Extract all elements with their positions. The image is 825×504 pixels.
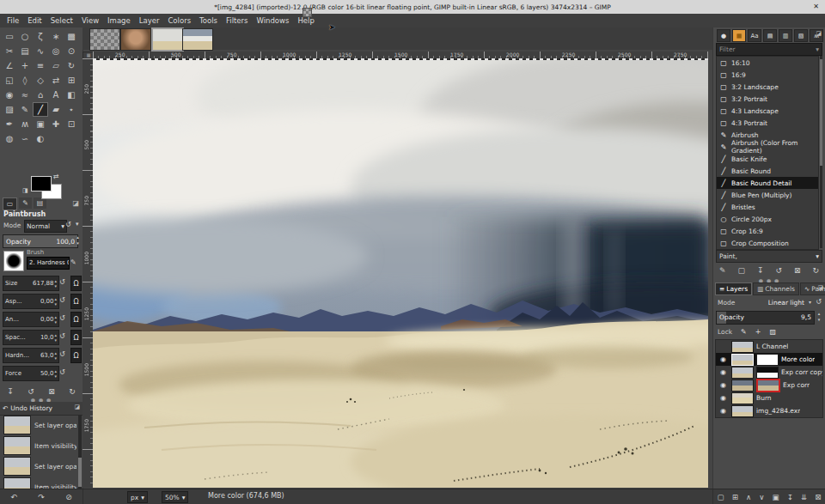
visibility-eye-icon[interactable]: ◉: [718, 407, 729, 415]
tool-button[interactable]: ⊡: [64, 117, 79, 131]
footer-icon[interactable]: ↧: [7, 387, 14, 396]
menu-item[interactable]: Image: [103, 15, 135, 27]
tool-button[interactable]: ⋆: [64, 102, 79, 117]
tool-button[interactable]: ◐: [33, 131, 48, 146]
dynamics-link-icon[interactable]: Ω: [70, 312, 82, 327]
tool-preset-item[interactable]: ▢ Crop 16:9: [717, 225, 818, 237]
layer-mode-select[interactable]: Linear light: [768, 299, 804, 307]
mode-select[interactable]: Normal ▾: [24, 220, 67, 233]
dynamics-link-icon[interactable]: Ω: [70, 348, 82, 363]
tool-button[interactable]: ▩: [64, 29, 79, 44]
dock-menu-icon[interactable]: ◪: [816, 30, 822, 37]
layer-button-icon[interactable]: ▣: [773, 493, 779, 501]
dynamics-link-icon[interactable]: Ω: [70, 330, 82, 345]
undo-step[interactable]: Item visibility: [0, 477, 76, 489]
dock-tab[interactable]: ▤: [763, 29, 777, 42]
tool-button[interactable]: ◱: [2, 73, 17, 88]
tool-button[interactable]: ⊙: [64, 44, 79, 58]
layer-thumbnail[interactable]: [731, 341, 754, 353]
dock-tab[interactable]: ▦: [732, 29, 746, 42]
tool-button[interactable]: ▭: [2, 29, 17, 44]
tool-button[interactable]: ∠: [2, 58, 17, 73]
lock-position-icon[interactable]: +: [755, 328, 761, 336]
dock-tab[interactable]: Aa: [748, 29, 761, 42]
tool-button[interactable]: +: [17, 58, 33, 73]
menu-item[interactable]: Filters: [222, 15, 252, 27]
tool-button[interactable]: ⌂: [33, 88, 48, 102]
undo-footer-icon[interactable]: ↶: [10, 493, 17, 501]
swap-colors-icon[interactable]: ⇄: [53, 173, 59, 180]
visibility-eye-icon[interactable]: ◉: [718, 355, 729, 363]
tool-button[interactable]: ✎: [17, 102, 33, 117]
tool-preset-item[interactable]: ╱ Basic Knife: [717, 153, 818, 165]
value-slider[interactable]: Size 617,88 ▴▾: [3, 276, 59, 291]
tool-button[interactable]: ∽: [17, 131, 33, 146]
lock-pixels-icon[interactable]: ✎: [741, 328, 747, 336]
menu-item[interactable]: Colors: [163, 15, 195, 27]
preset-scrollbar[interactable]: [820, 56, 822, 248]
undo-step[interactable]: Item visibility: [0, 435, 76, 456]
tool-preset-item[interactable]: ▢ 3:2 Portrait: [717, 93, 818, 105]
tool-button[interactable]: ʍ: [17, 117, 33, 131]
footer-icon[interactable]: ⊠: [48, 387, 55, 396]
undo-footer-icon[interactable]: ⊘: [65, 493, 72, 501]
reset-value-icon[interactable]: ↺: [59, 332, 65, 340]
dock-tab[interactable]: ▧: [794, 29, 808, 42]
image-tab[interactable]: [89, 28, 120, 51]
unit-select[interactable]: px ▾: [127, 491, 148, 503]
layer-button-icon[interactable]: ⇊: [801, 493, 807, 501]
tool-preset-item[interactable]: ╱ Bristles: [717, 201, 818, 213]
layer-button-icon[interactable]: ⊠: [815, 493, 821, 501]
layer-opacity-slider[interactable]: Opacity 9,5: [716, 311, 815, 325]
layer-button-icon[interactable]: ↧: [787, 493, 793, 501]
layer-row[interactable]: ◉ L Channel: [716, 340, 822, 353]
layer-button-icon[interactable]: ▢: [718, 493, 724, 501]
dock-tab[interactable]: ▭: [3, 197, 17, 210]
mode-menu-chevron-icon[interactable]: ▾: [76, 221, 79, 228]
layer-row[interactable]: ◉ More color: [716, 353, 822, 366]
preset-toolbar-icon[interactable]: ▢: [737, 266, 745, 275]
dock-tab[interactable]: ≡ Layers: [715, 282, 752, 295]
undo-step[interactable]: Set layer opacity: [0, 415, 76, 435]
spinner-icon[interactable]: ▴▾: [54, 350, 57, 361]
dock-tab[interactable]: ▥ Channels: [753, 282, 799, 295]
tool-button[interactable]: ✂: [2, 44, 17, 58]
undo-history-header[interactable]: ↶ Undo History ◪: [0, 402, 82, 416]
tool-button[interactable]: ▨: [2, 102, 17, 117]
tool-button[interactable]: ◇: [33, 73, 48, 88]
value-slider[interactable]: Hardn... 63,0 ▴▾: [3, 348, 59, 363]
visibility-eye-icon[interactable]: ◉: [718, 381, 729, 389]
layer-thumbnail[interactable]: [731, 367, 754, 379]
layer-thumbnail[interactable]: [731, 380, 754, 392]
tool-button[interactable]: ∿: [33, 44, 48, 58]
tool-button[interactable]: ◎: [48, 44, 64, 58]
tool-button[interactable]: ↻: [64, 58, 79, 73]
dock-tab[interactable]: ●: [717, 29, 730, 42]
spinner-icon[interactable]: ▴▾: [54, 332, 57, 343]
tool-button[interactable]: ▣: [33, 117, 48, 131]
layer-thumbnail[interactable]: [731, 392, 754, 404]
dynamics-link-icon[interactable]: Ω: [70, 294, 82, 309]
tool-preset-item[interactable]: ▢ 4:3 Portrait: [717, 117, 818, 129]
layer-thumbnail[interactable]: [731, 405, 754, 417]
tool-button[interactable]: ╱: [33, 102, 48, 117]
tool-button[interactable]: ✒: [2, 117, 17, 131]
brush-preview[interactable]: [3, 251, 24, 271]
menu-item[interactable]: Windows: [253, 15, 294, 27]
layer-row[interactable]: ◉ Exp corr: [716, 379, 822, 392]
opacity-spinner[interactable]: ▴▾: [74, 234, 82, 246]
tool-button[interactable]: ⊞: [64, 73, 79, 88]
preset-toolbar-icon[interactable]: ↧: [757, 266, 764, 275]
tool-preset-item[interactable]: ▢ Crop Composition: [717, 237, 818, 249]
image-tab[interactable]: [151, 27, 184, 52]
tool-button[interactable]: ▤: [17, 44, 33, 58]
opacity-slider[interactable]: Opacity 100,0: [3, 234, 78, 248]
menu-item[interactable]: Select: [46, 15, 77, 27]
layer-button-icon[interactable]: ∧: [746, 493, 751, 501]
opacity-spinner[interactable]: ▴▾: [816, 311, 822, 323]
image-tab[interactable]: [182, 28, 213, 51]
tool-preset-item[interactable]: ╱ Blue Pen (Multiply): [717, 189, 818, 201]
spinner-icon[interactable]: ▴▾: [54, 278, 57, 288]
dock-tab[interactable]: ✎: [19, 197, 32, 209]
reset-value-icon[interactable]: ↺: [59, 278, 65, 286]
